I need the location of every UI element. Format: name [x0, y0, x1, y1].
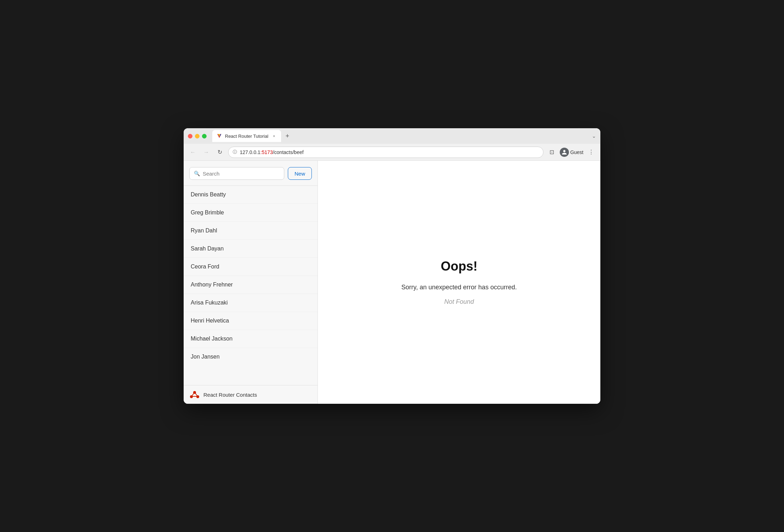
url-port: :5173: [260, 149, 273, 155]
minimize-traffic-light[interactable]: [195, 134, 200, 138]
sidebar-header: 🔍 New: [184, 161, 317, 185]
tab-chevron-icon: ⌄: [592, 133, 596, 139]
contact-item[interactable]: Arisa Fukuzaki: [184, 294, 317, 312]
main-panel: Oops! Sorry, an unexpected error has occ…: [318, 161, 600, 404]
contact-item[interactable]: Ryan Dahl: [184, 222, 317, 240]
traffic-lights: [188, 134, 207, 138]
error-container: Oops! Sorry, an unexpected error has occ…: [402, 259, 517, 306]
new-contact-button[interactable]: New: [288, 167, 312, 180]
address-bar: ← → ↻ ⓘ 127.0.0.1:5173/contacts/beef ⊡ G…: [184, 144, 600, 161]
react-router-logo-icon: [189, 390, 200, 399]
lock-icon: ⓘ: [233, 149, 237, 155]
footer-logo: [189, 390, 200, 399]
contact-item[interactable]: Michael Jackson: [184, 330, 317, 348]
account-icon: [562, 149, 567, 155]
sidebar: 🔍 New Dennis BeattyGreg BrimbleRyan Dahl…: [184, 161, 318, 404]
maximize-traffic-light[interactable]: [202, 134, 207, 138]
url-host: 127.0.0.1: [240, 149, 260, 155]
contact-item[interactable]: Sarah Dayan: [184, 240, 317, 258]
url-text: 127.0.0.1:5173/contacts/beef: [240, 149, 304, 155]
error-status: Not Found: [402, 298, 517, 306]
url-path: /contacts/beef: [273, 149, 303, 155]
tab-title: React Router Tutorial: [225, 134, 268, 139]
svg-line-9: [195, 393, 197, 396]
search-icon: 🔍: [194, 171, 200, 176]
search-input[interactable]: [203, 171, 280, 177]
browser-controls: ⊡ Guest ⋮: [547, 147, 596, 157]
tab-close-button[interactable]: ×: [271, 133, 277, 139]
browser-content: 🔍 New Dennis BeattyGreg BrimbleRyan Dahl…: [184, 161, 600, 404]
error-message: Sorry, an unexpected error has occurred.: [402, 284, 517, 291]
error-title: Oops!: [402, 259, 517, 274]
contact-item[interactable]: Ceora Ford: [184, 258, 317, 276]
contact-item[interactable]: Henri Helvetica: [184, 312, 317, 330]
guest-account-button[interactable]: Guest: [560, 148, 583, 157]
contact-item[interactable]: Dennis Beatty: [184, 186, 317, 204]
svg-line-8: [192, 393, 194, 396]
contact-item[interactable]: Anthony Frehner: [184, 276, 317, 294]
forward-button[interactable]: →: [201, 147, 211, 157]
contact-item[interactable]: Jon Jansen: [184, 348, 317, 366]
new-tab-button[interactable]: +: [283, 131, 292, 141]
close-traffic-light[interactable]: [188, 134, 192, 138]
guest-avatar: [560, 148, 569, 157]
tab-area: React Router Tutorial × + ⌄: [212, 130, 596, 142]
sidebar-footer: React Router Contacts: [184, 385, 317, 404]
extensions-button[interactable]: ⊡: [547, 147, 557, 157]
active-tab[interactable]: React Router Tutorial ×: [212, 130, 281, 142]
menu-button[interactable]: ⋮: [586, 147, 596, 157]
footer-label: React Router Contacts: [203, 392, 257, 398]
back-button[interactable]: ←: [188, 147, 198, 157]
guest-label: Guest: [570, 149, 583, 155]
search-box[interactable]: 🔍: [189, 167, 284, 180]
browser-window: React Router Tutorial × + ⌄ ← → ↻ ⓘ 127.…: [184, 128, 600, 404]
url-bar[interactable]: ⓘ 127.0.0.1:5173/contacts/beef: [228, 147, 544, 158]
title-bar: React Router Tutorial × + ⌄: [184, 128, 600, 144]
contact-item[interactable]: Greg Brimble: [184, 204, 317, 222]
react-router-favicon: [217, 134, 222, 138]
reload-button[interactable]: ↻: [215, 147, 225, 157]
contact-list: Dennis BeattyGreg BrimbleRyan DahlSarah …: [184, 185, 317, 385]
tab-favicon: [216, 133, 222, 139]
